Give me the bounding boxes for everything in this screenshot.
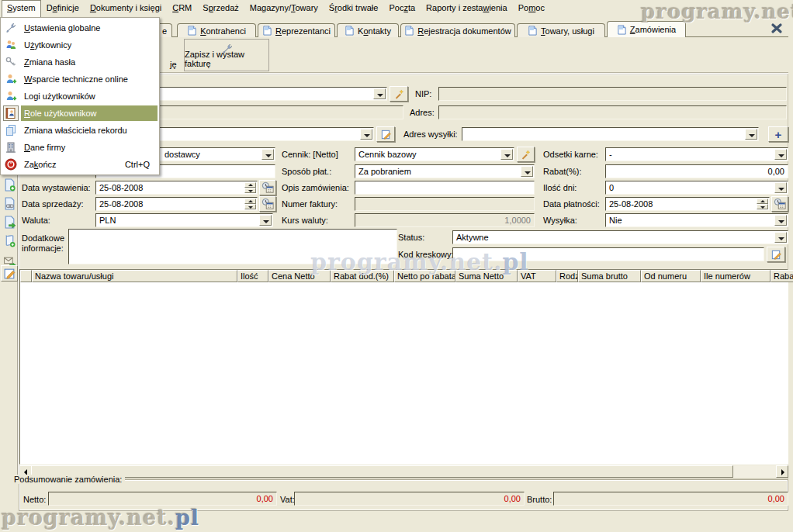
adres-wysylki-combobox[interactable] (462, 127, 759, 141)
data-platnosci-field[interactable]: 25-08-2008 (605, 197, 770, 211)
menu-sprzedaz[interactable]: Sprzedaż (197, 0, 244, 17)
menu-magazyny[interactable]: Magazyny/Towary (244, 0, 324, 17)
new-document-icon[interactable] (2, 177, 17, 192)
tab-rejestracja-dokumentow[interactable]: Rejestracja dokumentów (400, 23, 515, 37)
menu-poczta[interactable]: Poczta (383, 0, 421, 17)
link-document-icon[interactable] (2, 195, 17, 211)
scroll-right-arrow[interactable] (776, 465, 788, 478)
data-sprzedazy-field[interactable]: 25-08-2008 (95, 197, 258, 211)
forward-document-icon[interactable] (2, 214, 17, 230)
tab-kontrahenci[interactable]: Kontrahenci (177, 23, 256, 37)
menu-pomoc[interactable]: Pomoc (513, 0, 550, 17)
menu-raporty[interactable]: Raporty i zestawienia (421, 0, 513, 17)
calendar-clock-icon (261, 181, 275, 194)
odsetki-combobox[interactable]: - (605, 147, 788, 161)
menu-srodki[interactable]: Środki trwałe (324, 0, 384, 17)
cennik-label: Cennik: [Netto] (282, 150, 338, 159)
sposob-platnosci-combobox[interactable]: Za pobraniem (355, 164, 535, 178)
adres-label: Adres: (410, 108, 435, 117)
menu-item-zmiana-wlasciciela[interactable]: Zmiana właściciela rekordu (1, 122, 159, 139)
document-icon (404, 26, 414, 36)
cennik-wand-button[interactable] (517, 147, 535, 162)
chevron-down-icon[interactable] (774, 232, 787, 243)
ilosc-dni-label: Ilość dni: (543, 183, 577, 192)
menu-dokumenty[interactable]: Dokumenty i księgi (85, 0, 167, 17)
chevron-down-icon[interactable] (774, 149, 787, 160)
odsetki-label: Odsetki karne: (543, 150, 598, 159)
new-scroll-icon[interactable] (2, 233, 17, 248)
grid-header-netto-po-rabacie[interactable]: Netto po rabata (394, 270, 455, 282)
roles-notebook-icon (1, 105, 21, 121)
menu-item-uzytkownicy[interactable]: Użytkownicy (1, 36, 159, 54)
close-icon[interactable] (770, 22, 787, 36)
grid-header-cena-netto[interactable]: Cena Netto (268, 270, 331, 282)
data-wystawienia-field[interactable]: 25-08-2008 (95, 181, 258, 195)
edit-barcode-button[interactable] (767, 247, 785, 262)
tab-kontakty[interactable]: Kontakty (337, 23, 399, 37)
grid-header-ilosc[interactable]: Ilość (237, 270, 268, 282)
grid-header-rabat-dod[interactable]: Rabat dod.(%) (331, 270, 394, 282)
waluta-combobox[interactable]: PLN (95, 213, 273, 227)
save-and-issue-invoice-button[interactable]: Zapisz i wystaw fakturę (184, 39, 269, 71)
grid-header-suma-brutto[interactable]: Suma brutto (578, 270, 641, 282)
toolbar-button-partial[interactable]: ję (170, 60, 177, 69)
copy-pages-icon (1, 123, 21, 138)
grid-header-suma-netto[interactable]: Suma Netto (455, 270, 518, 282)
chevron-down-icon[interactable] (521, 166, 533, 177)
chevron-down-icon[interactable] (745, 129, 757, 140)
menu-item-ustawienia-globalne[interactable]: Ustawienia globalne (1, 19, 159, 36)
grid-header-vat[interactable]: VAT (518, 270, 556, 282)
chevron-down-icon[interactable] (774, 182, 787, 193)
edit-address-button[interactable] (376, 126, 395, 142)
date-spinner[interactable] (244, 182, 256, 193)
scrollbar-thumb[interactable] (31, 465, 733, 478)
grid-header-nazwa[interactable]: Nazwa towaru/usługi (32, 270, 237, 282)
grid-header-blank[interactable] (20, 270, 32, 282)
menu-item-dane-firmy[interactable]: Dane firmy (1, 139, 159, 156)
grid-header-ile-numerow[interactable]: Ile numerów (701, 270, 770, 282)
menu-system[interactable]: System (2, 0, 41, 17)
menu-item-zmiana-hasla[interactable]: Zmiana hasła (1, 54, 159, 71)
chevron-down-icon[interactable] (261, 149, 274, 160)
edit-page-icon[interactable] (1, 265, 18, 282)
menu-crm[interactable]: CRM (167, 0, 197, 17)
cennik-combobox[interactable]: Cennik bazowy (355, 147, 514, 161)
tab-reprezentanci[interactable]: Reprezentanci (258, 23, 335, 37)
document-icon (187, 26, 197, 36)
kod-kreskowy-field[interactable] (452, 247, 764, 261)
calendar-button[interactable] (771, 196, 788, 212)
tab-towary-uslugi[interactable]: Towary, usługi (517, 23, 605, 37)
date-spinner[interactable] (244, 199, 256, 209)
magic-wand-button[interactable] (390, 86, 408, 102)
rabat-label: Rabat(%): (543, 167, 582, 176)
status-combobox[interactable]: Aktywne (452, 230, 788, 244)
menu-item-wsparcie-techniczne[interactable]: Wsparcie techniczne online (1, 71, 159, 88)
dodatkowe-informacje-textarea[interactable] (68, 229, 397, 264)
grid-header-rodzaj[interactable]: Rodz (556, 270, 578, 282)
date-spinner[interactable] (757, 199, 768, 209)
kurs-waluty-field: 1,0000 (355, 213, 535, 227)
order-items-grid[interactable]: Nazwa towaru/usługi Ilość Cena Netto Rab… (19, 269, 788, 465)
add-address-button[interactable]: + (768, 126, 788, 142)
ilosc-dni-combobox[interactable]: 0 (605, 181, 788, 195)
chevron-down-icon[interactable] (360, 129, 372, 140)
menu-item-logi-uzytkownikow[interactable]: Logi użytkowników (1, 88, 159, 105)
chevron-down-icon[interactable] (259, 215, 272, 226)
chevron-down-icon[interactable] (373, 88, 386, 99)
chevron-down-icon[interactable] (774, 215, 787, 226)
grid-header-od-numeru[interactable]: Od numeru (641, 270, 701, 282)
menu-item-zakoncz[interactable]: Zakończ Ctrl+Q (1, 156, 159, 173)
wysylka-combobox[interactable]: Nie (605, 213, 788, 227)
grid-header-rabat2[interactable]: Raba (770, 270, 793, 282)
horizontal-scrollbar[interactable] (19, 465, 788, 478)
rabat-field[interactable]: 0,00 (605, 164, 788, 178)
calendar-button[interactable] (259, 180, 276, 195)
tab-zamowienia[interactable]: Zamówienia (607, 21, 686, 37)
opis-zamowienia-field[interactable] (355, 181, 535, 195)
menu-item-role-uzytkownikow[interactable]: Role użytkownikow (1, 105, 159, 122)
brutto-total-field: 0,00 (553, 492, 788, 506)
calendar-button[interactable] (259, 196, 276, 212)
chevron-down-icon[interactable] (500, 149, 513, 160)
system-menu: Ustawienia globalne Użytkownicy Zmiana h… (0, 17, 160, 175)
menu-definicje[interactable]: Definicje (41, 0, 85, 17)
